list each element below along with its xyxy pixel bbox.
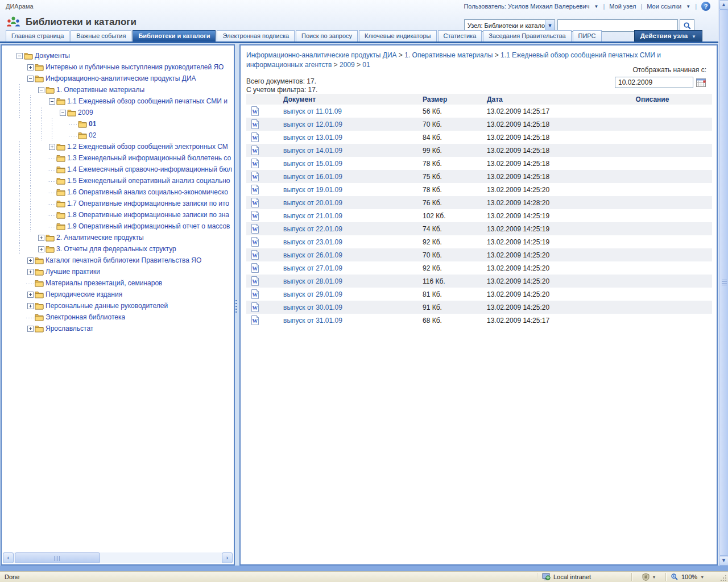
site-actions-button[interactable]: Действия узла ▼ bbox=[634, 30, 702, 41]
word-document-icon[interactable]: W bbox=[250, 224, 259, 234]
document-link[interactable]: выпуск от 23.01.09 bbox=[283, 238, 342, 246]
scroll-down-icon[interactable]: ▼ bbox=[719, 556, 728, 566]
tree-item-label[interactable]: 02 bbox=[89, 131, 96, 139]
tree-item[interactable]: Материалы презентаций, семинаров bbox=[3, 277, 233, 289]
document-link[interactable]: выпуск от 15.01.09 bbox=[283, 160, 342, 168]
word-document-icon[interactable]: W bbox=[250, 276, 259, 286]
document-link[interactable]: выпуск от 30.01.09 bbox=[283, 304, 342, 311]
scrollbar-thumb[interactable] bbox=[719, 10, 728, 556]
tree-toggle-icon[interactable] bbox=[71, 132, 77, 139]
scroll-left-icon[interactable]: ‹ bbox=[3, 552, 14, 563]
tree-toggle-icon[interactable] bbox=[27, 292, 34, 298]
tree-item[interactable]: Персональные данные руководителей bbox=[3, 300, 233, 311]
my-site-link[interactable]: Мой узел bbox=[609, 3, 636, 10]
word-document-icon[interactable]: W bbox=[250, 185, 259, 194]
tree-item[interactable]: Документы bbox=[3, 50, 233, 61]
vertical-scrollbar[interactable]: ▲ ▼ bbox=[718, 0, 728, 566]
panel-resize-handle[interactable] bbox=[235, 300, 237, 314]
tree-item[interactable]: Электронная библиотека bbox=[3, 311, 233, 323]
tree-item-label[interactable]: 1.1 Ежедневый обзор сообщений печатных С… bbox=[67, 97, 228, 105]
tab-3[interactable]: Электронная подписка bbox=[217, 30, 295, 41]
date-from-input[interactable] bbox=[615, 77, 693, 88]
document-link[interactable]: выпуск от 13.01.09 bbox=[283, 134, 342, 142]
document-link[interactable]: выпуск от 12.01.09 bbox=[283, 120, 342, 128]
word-document-icon[interactable]: W bbox=[250, 289, 259, 299]
tab-1[interactable]: Важные события bbox=[71, 30, 131, 41]
tab-8[interactable]: ПИРС bbox=[573, 30, 602, 41]
tree-toggle-icon[interactable] bbox=[27, 303, 34, 309]
word-document-icon[interactable]: W bbox=[250, 132, 259, 142]
document-link[interactable]: выпуск от 28.01.09 bbox=[283, 277, 342, 285]
tree-item[interactable]: 02 bbox=[3, 130, 233, 141]
document-link[interactable]: выпуск от 16.01.09 bbox=[283, 173, 342, 181]
tree-item-label[interactable]: 1.7 Оперативные информационные записки п… bbox=[67, 199, 229, 207]
tree-toggle-icon[interactable] bbox=[49, 201, 55, 207]
document-link[interactable]: выпуск от 19.01.09 bbox=[283, 186, 342, 194]
tree-item[interactable]: 1.6 Оперативный анализ социально-экономи… bbox=[3, 186, 233, 198]
tree-item-label[interactable]: 3. Отчеты для федеральных структур bbox=[56, 245, 176, 253]
word-document-icon[interactable]: W bbox=[250, 119, 259, 129]
word-document-icon[interactable]: W bbox=[250, 172, 259, 181]
tree-item[interactable]: 1.9 Оперативный информационный отчет о м… bbox=[3, 221, 233, 232]
tab-5[interactable]: Ключевые индикаторы bbox=[359, 30, 436, 41]
tree-toggle-icon[interactable] bbox=[71, 121, 77, 127]
scrollbar-thumb[interactable] bbox=[15, 552, 100, 563]
tree-item[interactable]: Ярославльстат bbox=[3, 323, 233, 334]
tree-item-label[interactable]: 2009 bbox=[78, 109, 93, 117]
calendar-button[interactable] bbox=[696, 77, 706, 88]
tree-item-label[interactable]: 1.3 Еженедельный информационный бюллетен… bbox=[67, 154, 231, 162]
tab-4[interactable]: Поиск по запросу bbox=[296, 30, 358, 41]
tree-toggle-icon[interactable] bbox=[49, 98, 55, 105]
breadcrumb-link[interactable]: Информационно-аналитические продукты ДИА bbox=[246, 51, 397, 59]
word-document-icon[interactable]: W bbox=[250, 159, 259, 168]
document-link[interactable]: выпуск от 27.01.09 bbox=[283, 264, 342, 272]
user-menu[interactable]: Пользователь: Усилов Михаил Валерьевич bbox=[464, 3, 589, 10]
document-link[interactable]: выпуск от 20.01.09 bbox=[283, 199, 342, 207]
tree-item-label[interactable]: Персональные данные руководителей bbox=[46, 302, 168, 310]
scroll-right-icon[interactable]: › bbox=[222, 552, 233, 563]
column-header-description[interactable]: Описание bbox=[593, 95, 712, 103]
tree-item[interactable]: 1.5 Еженедельный оперативный анализ соци… bbox=[3, 175, 233, 186]
breadcrumb-link[interactable]: 1. Оперативные материалы bbox=[404, 51, 493, 59]
tree-item[interactable]: 2. Аналитические продукты bbox=[3, 232, 233, 243]
tree-item-label[interactable]: Каталог печатной библиотеки Правительств… bbox=[46, 256, 201, 264]
column-header-date[interactable]: Дата bbox=[487, 95, 593, 103]
tree-item-label[interactable]: 1.4 Ежемесячный справочно-информационный… bbox=[67, 165, 232, 173]
tree-item-label[interactable]: Лучшие практики bbox=[46, 268, 100, 276]
tree-item[interactable]: 1.7 Оперативные информационные записки п… bbox=[3, 198, 233, 209]
word-document-icon[interactable]: W bbox=[250, 211, 259, 221]
breadcrumb-link[interactable]: 2009 bbox=[340, 61, 355, 69]
tree-item-label[interactable]: 1.2 Ежедневый обзор сообщений электронны… bbox=[67, 143, 228, 151]
tree-item[interactable]: Периодические издания bbox=[3, 289, 233, 300]
tree-item-label[interactable]: Интервью и публичные выступления руковод… bbox=[46, 63, 224, 71]
document-link[interactable]: выпуск от 22.01.09 bbox=[283, 225, 342, 233]
tree-toggle-icon[interactable] bbox=[60, 110, 66, 116]
tab-6[interactable]: Статистика bbox=[438, 30, 482, 41]
tree-toggle-icon[interactable] bbox=[49, 178, 55, 184]
tree-item[interactable]: Лучшие практики bbox=[3, 266, 233, 277]
tree-toggle-icon[interactable] bbox=[27, 314, 34, 321]
tree-toggle-icon[interactable] bbox=[27, 326, 34, 332]
document-link[interactable]: выпуск от 21.01.09 bbox=[283, 212, 342, 220]
document-link[interactable]: выпуск от 26.01.09 bbox=[283, 251, 342, 259]
word-document-icon[interactable]: W bbox=[250, 315, 259, 325]
resize-grip[interactable] bbox=[718, 573, 727, 582]
tree-item-label[interactable]: 1.5 Еженедельный оперативный анализ соци… bbox=[67, 177, 230, 185]
column-header-document[interactable]: Документ bbox=[283, 95, 423, 103]
tree-toggle-icon[interactable] bbox=[38, 246, 44, 252]
tree-toggle-icon[interactable] bbox=[27, 257, 34, 264]
tree-toggle-icon[interactable] bbox=[49, 223, 55, 230]
tree-item-label[interactable]: 1.9 Оперативный информационный отчет о м… bbox=[67, 222, 230, 230]
protected-mode-control[interactable]: ▼ bbox=[636, 573, 661, 581]
tree-item-label[interactable]: 2. Аналитические продукты bbox=[56, 234, 144, 242]
tree-item[interactable]: 1.3 Еженедельный информационный бюллетен… bbox=[3, 152, 233, 164]
tree-item[interactable]: 1.8 Оперативные информационные записки п… bbox=[3, 209, 233, 221]
tab-0[interactable]: Главная страница bbox=[6, 30, 69, 41]
tree-toggle-icon[interactable] bbox=[27, 64, 34, 70]
word-document-icon[interactable]: W bbox=[250, 146, 259, 155]
tree-item-label[interactable]: 01 bbox=[89, 120, 96, 128]
tree-item-label[interactable]: Материалы презентаций, семинаров bbox=[46, 279, 162, 287]
tab-2[interactable]: Библиотеки и каталоги bbox=[133, 30, 216, 41]
tree-item-label[interactable]: Документы bbox=[35, 52, 70, 60]
word-document-icon[interactable]: W bbox=[250, 263, 259, 273]
